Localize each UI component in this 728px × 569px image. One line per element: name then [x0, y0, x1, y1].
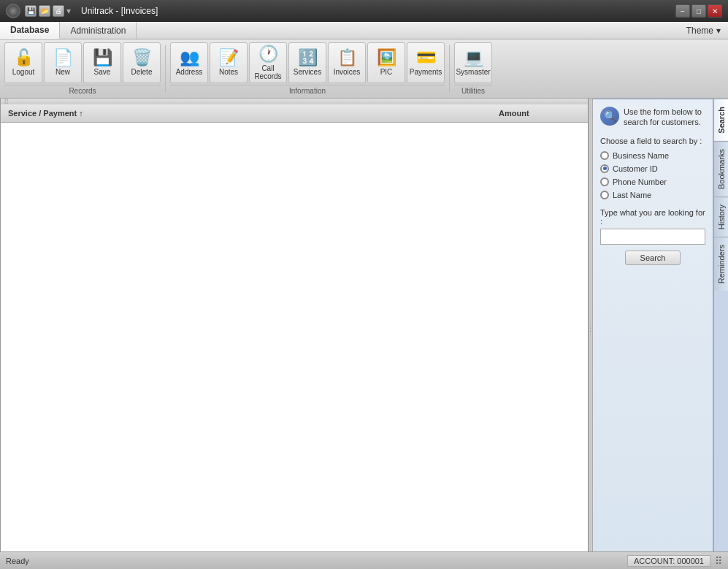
window-controls: − □ ✕	[675, 4, 722, 18]
notes-icon: 📝	[219, 50, 239, 66]
notes-button[interactable]: 📝 Notes	[210, 42, 248, 83]
search-input[interactable]	[600, 229, 705, 245]
toolbar-group-records-label: Records	[4, 85, 161, 95]
radio-lastname-label: Last Name	[613, 191, 651, 199]
radio-phone-number[interactable]: Phone Number	[600, 177, 705, 186]
theme-label: Theme	[686, 26, 713, 36]
search-button[interactable]: Search	[625, 251, 681, 265]
invoice-table-header: Service / Payment ↑ Amount	[1, 104, 588, 123]
search-panel: 🔍 Use the form below to search for custo…	[593, 99, 713, 558]
search-header-text: Use the form below to search for custome…	[624, 107, 705, 128]
toolbar-separator-2	[449, 45, 450, 92]
address-label: Address	[176, 68, 203, 76]
radio-phone-label: Phone Number	[613, 177, 667, 186]
logout-label: Logout	[12, 68, 35, 76]
toolbar-separator-1	[165, 45, 166, 92]
status-ready: Ready	[6, 557, 29, 565]
save-button[interactable]: 💾 Save	[83, 42, 121, 83]
delete-icon: 🗑️	[132, 50, 152, 66]
side-tab-bookmarks[interactable]: Bookmarks	[714, 141, 728, 196]
radio-customerid-input[interactable]	[600, 164, 609, 173]
invoices-label: Invoices	[334, 68, 361, 76]
toolbar-group-information: 👥 Address 📝 Notes 🕐 CallRecords 🔢 Servic…	[170, 42, 445, 95]
payments-icon: 💳	[416, 50, 436, 66]
invoices-button[interactable]: 📋 Invoices	[328, 42, 366, 83]
new-label: New	[55, 68, 70, 76]
radio-business-label: Business Name	[613, 151, 669, 160]
radio-lastname-input[interactable]	[600, 191, 609, 199]
address-button[interactable]: 👥 Address	[170, 42, 208, 83]
radio-customerid-label: Customer ID	[613, 164, 658, 173]
column-header-amount[interactable]: Amount	[496, 107, 583, 119]
menu-tab-administration[interactable]: Administration	[60, 22, 137, 39]
toolbar-group-utilities-label: Utilities	[454, 85, 492, 95]
radio-phone-input[interactable]	[600, 177, 609, 186]
sysmaster-icon: 💻	[464, 50, 483, 66]
pic-icon: 🖼️	[377, 50, 396, 66]
pic-button[interactable]: 🖼️ PIC	[367, 42, 405, 83]
minimize-button[interactable]: −	[675, 4, 690, 18]
maximize-button[interactable]: □	[691, 4, 706, 18]
pic-label: PIC	[380, 68, 393, 76]
quick-open-icon[interactable]: 📂	[39, 5, 50, 17]
quick-access-toolbar: 💾 📂 🖨 ▾	[25, 5, 71, 17]
radio-business-input[interactable]	[600, 151, 609, 160]
status-bar: Ready ACCOUNT: 000001 ⠿	[0, 551, 728, 569]
sysmaster-button[interactable]: 💻 Sysmaster	[454, 42, 492, 83]
save-label: Save	[94, 68, 111, 76]
new-button[interactable]: 📄 New	[44, 42, 82, 83]
search-field-label: Choose a field to search by :	[600, 137, 705, 145]
status-grip-icon: ⠿	[715, 555, 722, 567]
call-icon: 🕐	[258, 46, 278, 62]
theme-menu[interactable]: Theme ▾	[679, 22, 728, 39]
title-bar: 💾 📂 🖨 ▾ Unitrack - [Invoices] − □ ✕	[0, 0, 728, 22]
quick-save-icon[interactable]: 💾	[25, 5, 37, 17]
theme-chevron-icon: ▾	[716, 26, 721, 36]
menu-bar: Database Administration Theme ▾	[0, 22, 728, 39]
invoice-table-body	[1, 123, 588, 557]
search-header: 🔍 Use the form below to search for custo…	[600, 107, 705, 128]
quick-print-icon[interactable]: 🖨	[53, 5, 64, 17]
address-icon: 👥	[180, 50, 199, 66]
notes-label: Notes	[219, 68, 238, 76]
save-icon: 💾	[93, 50, 112, 66]
logout-icon: 🔓	[14, 50, 34, 66]
delete-button[interactable]: 🗑️ Delete	[123, 42, 161, 83]
sysmaster-label: Sysmaster	[456, 68, 490, 76]
toolbar-group-information-label: Information	[170, 85, 445, 95]
delete-label: Delete	[131, 68, 153, 76]
radio-business-name[interactable]: Business Name	[600, 151, 705, 160]
window-title: Unitrack - [Invoices]	[81, 6, 158, 16]
menu-tab-database[interactable]: Database	[0, 22, 60, 39]
search-radio-group: Business Name Customer ID Phone Number L…	[600, 151, 705, 199]
search-panel-icon: 🔍	[600, 107, 619, 126]
call-records-button[interactable]: 🕐 CallRecords	[249, 42, 287, 83]
call-label: CallRecords	[254, 64, 281, 80]
toolbar-group-utilities: 💻 Sysmaster Utilities	[454, 42, 492, 95]
invoices-icon: 📋	[337, 50, 357, 66]
toolbar-group-records: 🔓 Logout 📄 New 💾 Save 🗑️ Delete Records	[4, 42, 161, 95]
radio-customer-id[interactable]: Customer ID	[600, 164, 705, 173]
new-icon: 📄	[53, 50, 73, 66]
toolbar: 🔓 Logout 📄 New 💾 Save 🗑️ Delete Records …	[0, 39, 728, 99]
payments-button[interactable]: 💳 Payments	[407, 42, 445, 83]
side-tab-search[interactable]: Search	[714, 99, 728, 141]
services-icon: 🔢	[298, 50, 318, 66]
app-icon	[6, 4, 20, 18]
side-tab-reminders[interactable]: Reminders	[714, 237, 728, 291]
close-button[interactable]: ✕	[708, 4, 722, 18]
status-account: ACCOUNT: 000001	[627, 555, 710, 567]
side-tab-history[interactable]: History	[714, 196, 728, 237]
services-button[interactable]: 🔢 Services	[288, 42, 326, 83]
column-header-service[interactable]: Service / Payment ↑	[5, 107, 496, 119]
services-label: Services	[294, 68, 321, 76]
invoice-panel: ⠿ Service / Payment ↑ Amount	[0, 99, 589, 558]
side-tabs: Search Bookmarks History Reminders	[713, 99, 728, 558]
logout-button[interactable]: 🔓 Logout	[4, 42, 42, 83]
radio-last-name[interactable]: Last Name	[600, 191, 705, 199]
status-right: ACCOUNT: 000001 ⠿	[627, 555, 722, 567]
search-type-label: Type what you are looking for :	[600, 208, 705, 226]
payments-label: Payments	[410, 68, 442, 76]
